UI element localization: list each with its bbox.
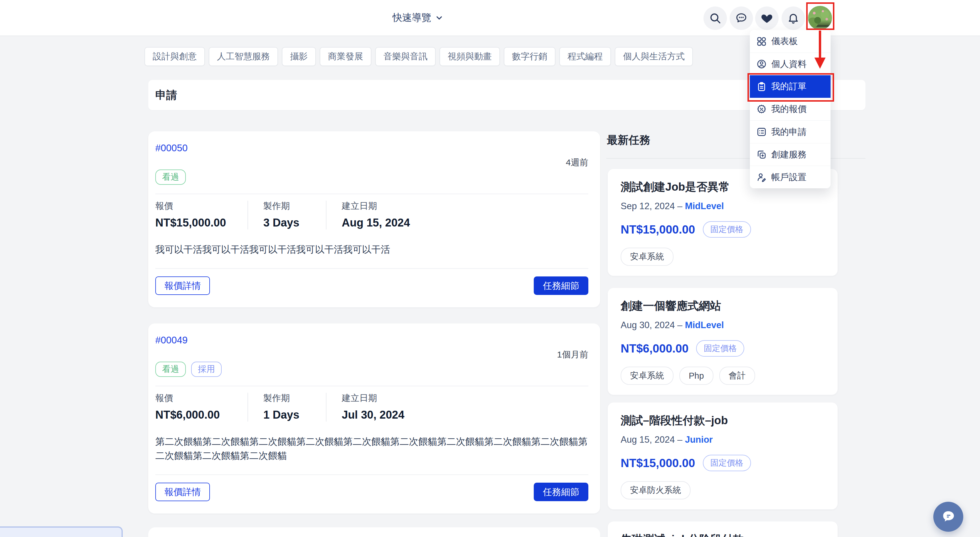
search-button[interactable] (703, 6, 727, 30)
task-details-button[interactable]: 任務細節 (534, 483, 589, 501)
created-label: 建立日期 (342, 393, 404, 403)
application-card: #00050 4週前 看過 報價 NT$15,000.00 製作期 3 Days… (148, 131, 600, 307)
application-description: 我可以干活我可以干活我可以干活我可以干活我可以干活 (155, 242, 589, 257)
application-actions: 報價詳情 任務細節 (155, 483, 589, 501)
created-value: Aug 15, 2024 (342, 216, 410, 229)
task-level: MidLevel (685, 320, 724, 330)
page-title: 申請 (148, 88, 177, 102)
user-avatar[interactable] (808, 6, 832, 30)
task-date-row: Aug 30, 2024 – MidLevel (620, 320, 825, 331)
task-level-separator: – (677, 435, 685, 445)
quote-details-button[interactable]: 報價詳情 (155, 483, 210, 501)
task-price-type-badge: 固定價格 (696, 340, 744, 357)
duration-column: 製作期 1 Days (248, 393, 326, 422)
quick-nav-toggle[interactable]: 快速導覽 (393, 0, 444, 35)
menu-item-label: 我的訂單 (771, 80, 807, 92)
application-badges: 看過採用 (155, 362, 589, 377)
task-date: Sep 12, 2024 (620, 201, 677, 211)
create-service-icon (756, 149, 767, 160)
category-chip-label: 人工智慧服務 (217, 51, 270, 62)
task-tag: 會計 (719, 366, 755, 385)
divider (155, 194, 589, 194)
category-chip-label: 程式編程 (568, 51, 603, 62)
category-chip[interactable]: 數字行銷 (504, 47, 555, 66)
category-chip[interactable]: 設計與創意 (145, 47, 205, 66)
task-card[interactable]: 創建一個響應式網站 Aug 30, 2024 – MidLevel NT$6,0… (608, 288, 838, 395)
category-chip-label: 設計與創意 (153, 51, 197, 62)
quote-column: 報價 NT$15,000.00 (155, 201, 248, 229)
chat-fab-button[interactable] (933, 502, 963, 532)
category-chip[interactable]: 人工智慧服務 (209, 47, 278, 66)
menu-item-account-settings[interactable]: 帳戶設置 (750, 166, 830, 188)
menu-item-label: 我的申請 (771, 126, 807, 138)
menu-item-create-service[interactable]: 創建服務 (750, 143, 830, 166)
task-tag: 安卓防火系統 (620, 481, 690, 499)
quote-label: 報價 (155, 201, 233, 211)
application-time-ago: 1個月前 (155, 349, 589, 360)
created-label: 建立日期 (342, 201, 410, 211)
messages-button[interactable] (730, 6, 753, 30)
application-id-link[interactable]: #00049 (155, 334, 589, 346)
task-level: MidLevel (685, 201, 724, 211)
category-chip[interactable]: 程式編程 (559, 47, 611, 66)
task-title: 朱琳测试–job分阶段付款 (620, 532, 825, 537)
category-chip-label: 個人與生活方式 (623, 51, 685, 62)
quote-details-button[interactable]: 報價詳情 (155, 276, 210, 295)
task-details-button[interactable]: 任務細節 (534, 276, 589, 295)
menu-item-profile[interactable]: 個人資料 (750, 53, 830, 75)
created-column: 建立日期 Aug 15, 2024 (326, 201, 410, 229)
divider (155, 386, 589, 386)
sidebar-title: 最新任務 (607, 133, 650, 147)
task-price-row: NT$6,000.00 固定價格 (620, 340, 825, 357)
task-title: 創建一個響應式網站 (620, 299, 825, 312)
category-bar: 設計與創意 人工智慧服務 攝影 商業發展 音樂與音訊 視頻與動畫 數字行銷 程式… (145, 47, 693, 65)
task-price: NT$15,000.00 (620, 223, 695, 236)
task-tags: 安卓系統 (620, 248, 825, 266)
category-chip-label: 音樂與音訊 (383, 51, 428, 62)
task-card[interactable]: 測試–階段性付款–job Aug 15, 2024 – Junior NT$15… (608, 402, 838, 509)
chat-bubble-icon (941, 509, 956, 524)
favorites-button[interactable] (755, 6, 779, 30)
task-price: NT$15,000.00 (620, 457, 695, 470)
menu-item-quotes[interactable]: 我的報價 (750, 98, 830, 120)
task-card[interactable]: 朱琳测试–job分阶段付款 (608, 521, 838, 537)
created-value: Jul 30, 2024 (342, 408, 404, 422)
application-id-link[interactable]: #00050 (155, 142, 589, 154)
duration-column: 製作期 3 Days (248, 201, 326, 229)
category-chip[interactable]: 商業發展 (320, 47, 371, 66)
top-navbar: 快速導覽 (0, 0, 980, 36)
quick-nav-label: 快速導覽 (393, 11, 431, 24)
application-card: #00049 1個月前 看過採用 報價 NT$6,000.00 製作期 1 Da… (148, 323, 600, 513)
status-badge: 看過 (155, 362, 186, 377)
application-card-partial (148, 527, 600, 537)
category-chip[interactable]: 視頻與動畫 (439, 47, 500, 66)
task-price-row: NT$15,000.00 固定價格 (620, 221, 825, 237)
category-chip[interactable]: 音樂與音訊 (375, 47, 436, 66)
category-chip[interactable]: 攝影 (282, 47, 316, 66)
task-date: Aug 15, 2024 (620, 435, 677, 445)
application-actions: 報價詳情 任務細節 (155, 276, 589, 295)
applications-icon (756, 127, 767, 137)
task-title: 測試–階段性付款–job (620, 414, 825, 427)
category-chip[interactable]: 個人與生活方式 (615, 47, 693, 66)
category-chip-label: 數字行銷 (512, 51, 547, 62)
task-date-row: Sep 12, 2024 – MidLevel (620, 201, 825, 212)
task-tag: 安卓系統 (620, 366, 673, 385)
application-description: 第二次餵貓第二次餵貓第二次餵貓第二次餵貓第二次餵貓第二次餵貓第二次餵貓第二次餵貓… (155, 435, 589, 463)
application-meta: 報價 NT$6,000.00 製作期 1 Days 建立日期 Jul 30, 2… (155, 393, 589, 422)
menu-item-orders[interactable]: 我的訂單 (750, 75, 830, 98)
notifications-button[interactable] (781, 6, 805, 30)
status-badge: 採用 (191, 362, 222, 377)
bell-icon (787, 12, 799, 24)
menu-item-label: 個人資料 (771, 58, 807, 70)
search-icon (709, 12, 721, 24)
profile-icon (756, 59, 767, 69)
application-meta: 報價 NT$15,000.00 製作期 3 Days 建立日期 Aug 15, … (155, 201, 589, 229)
menu-item-applications[interactable]: 我的申請 (750, 120, 830, 143)
divider (155, 268, 589, 269)
divider (155, 475, 589, 475)
quotes-icon (756, 104, 767, 115)
orders-icon (756, 81, 767, 92)
menu-item-dashboard[interactable]: 儀表板 (750, 30, 830, 53)
quote-label: 報價 (155, 393, 233, 403)
